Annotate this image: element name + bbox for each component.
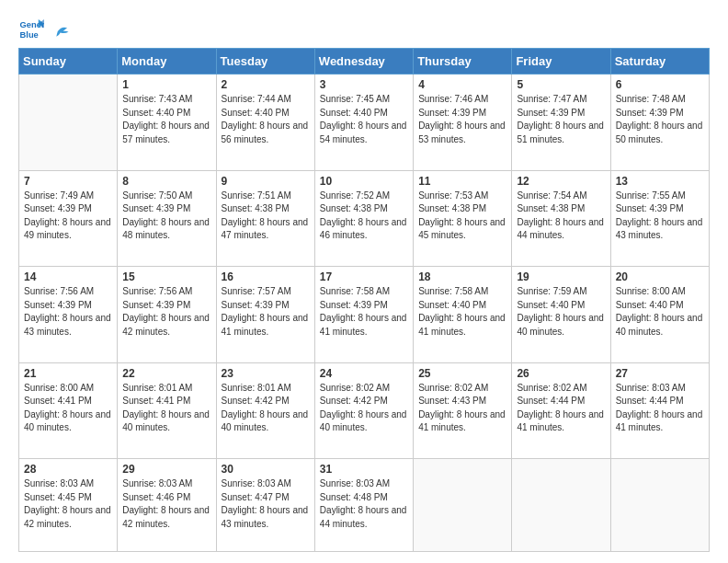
day-number: 31 <box>320 463 408 476</box>
day-cell: 26 Sunrise: 8:02 AM Sunset: 4:44 PM Dayl… <box>512 362 610 459</box>
day-info: Sunrise: 7:52 AM Sunset: 4:38 PM Dayligh… <box>320 190 408 243</box>
sunrise-label: Sunrise: 7:48 AM <box>616 94 686 104</box>
sunset-label: Sunset: 4:47 PM <box>222 492 290 502</box>
day-info: Sunrise: 7:56 AM Sunset: 4:39 PM Dayligh… <box>24 285 112 339</box>
day-info: Sunrise: 7:50 AM Sunset: 4:39 PM Dayligh… <box>122 190 210 243</box>
sunset-label: Sunset: 4:40 PM <box>517 300 585 310</box>
sunset-label: Sunset: 4:45 PM <box>24 492 92 502</box>
day-cell: 6 Sunrise: 7:48 AM Sunset: 4:39 PM Dayli… <box>610 75 709 171</box>
day-number: 21 <box>24 367 112 380</box>
day-number: 15 <box>122 270 210 283</box>
daylight-label: Daylight: 8 hours and 54 minutes. <box>320 121 407 144</box>
sunset-label: Sunset: 4:40 PM <box>320 108 388 118</box>
day-info: Sunrise: 7:56 AM Sunset: 4:39 PM Dayligh… <box>122 285 210 339</box>
day-number: 22 <box>122 367 210 380</box>
sunrise-label: Sunrise: 7:57 AM <box>222 286 291 296</box>
sunrise-label: Sunrise: 7:47 AM <box>517 94 586 104</box>
day-info: Sunrise: 8:02 AM Sunset: 4:42 PM Dayligh… <box>320 382 408 435</box>
day-cell: 10 Sunrise: 7:52 AM Sunset: 4:38 PM Dayl… <box>314 170 413 267</box>
daylight-label: Daylight: 8 hours and 41 minutes. <box>517 409 604 433</box>
day-number: 6 <box>616 78 704 91</box>
day-number: 23 <box>222 367 310 380</box>
col-header-friday: Friday <box>512 49 610 75</box>
daylight-label: Daylight: 8 hours and 45 minutes. <box>418 217 506 241</box>
sunrise-label: Sunrise: 8:00 AM <box>24 383 94 393</box>
day-cell: 15 Sunrise: 7:56 AM Sunset: 4:39 PM Dayl… <box>118 267 216 363</box>
day-cell: 11 Sunrise: 7:53 AM Sunset: 4:38 PM Dayl… <box>414 170 512 267</box>
day-info: Sunrise: 7:46 AM Sunset: 4:39 PM Dayligh… <box>418 93 506 146</box>
daylight-label: Daylight: 8 hours and 46 minutes. <box>320 217 407 241</box>
day-info: Sunrise: 8:03 AM Sunset: 4:47 PM Dayligh… <box>222 477 310 531</box>
sunset-label: Sunset: 4:39 PM <box>24 300 92 310</box>
day-info: Sunrise: 8:03 AM Sunset: 4:46 PM Dayligh… <box>122 477 210 531</box>
day-cell: 7 Sunrise: 7:49 AM Sunset: 4:39 PM Dayli… <box>19 170 118 267</box>
sunrise-label: Sunrise: 8:02 AM <box>517 383 586 393</box>
day-number: 26 <box>517 367 605 380</box>
sunset-label: Sunset: 4:40 PM <box>222 108 290 118</box>
day-cell: 28 Sunrise: 8:03 AM Sunset: 4:45 PM Dayl… <box>19 459 118 552</box>
sunrise-label: Sunrise: 7:54 AM <box>517 190 586 201</box>
sunset-label: Sunset: 4:39 PM <box>616 108 684 118</box>
sunrise-label: Sunrise: 7:44 AM <box>222 94 291 104</box>
day-number: 8 <box>122 175 210 188</box>
day-info: Sunrise: 7:47 AM Sunset: 4:39 PM Dayligh… <box>517 93 605 146</box>
day-info: Sunrise: 7:43 AM Sunset: 4:40 PM Dayligh… <box>122 93 210 146</box>
day-number: 29 <box>122 463 210 476</box>
sunrise-label: Sunrise: 7:53 AM <box>418 190 488 201</box>
sunset-label: Sunset: 4:39 PM <box>122 300 190 310</box>
day-cell: 24 Sunrise: 8:02 AM Sunset: 4:42 PM Dayl… <box>314 362 413 459</box>
sunrise-label: Sunrise: 8:03 AM <box>320 478 390 488</box>
daylight-label: Daylight: 8 hours and 43 minutes. <box>222 505 309 529</box>
header: General Blue <box>18 17 710 42</box>
daylight-label: Daylight: 8 hours and 40 minutes. <box>24 409 111 433</box>
daylight-label: Daylight: 8 hours and 40 minutes. <box>517 313 604 337</box>
col-header-wednesday: Wednesday <box>314 49 413 75</box>
day-number: 2 <box>222 78 310 91</box>
sunset-label: Sunset: 4:48 PM <box>320 492 388 502</box>
day-cell: 29 Sunrise: 8:03 AM Sunset: 4:46 PM Dayl… <box>118 459 216 552</box>
day-number: 16 <box>222 270 310 283</box>
daylight-label: Daylight: 8 hours and 41 minutes. <box>418 313 506 337</box>
sunrise-label: Sunrise: 8:03 AM <box>616 383 686 393</box>
sunset-label: Sunset: 4:38 PM <box>418 203 486 213</box>
sunrise-label: Sunrise: 8:03 AM <box>222 478 291 488</box>
day-info: Sunrise: 7:53 AM Sunset: 4:38 PM Dayligh… <box>418 190 506 243</box>
sunset-label: Sunset: 4:44 PM <box>616 396 684 406</box>
daylight-label: Daylight: 8 hours and 44 minutes. <box>320 505 407 529</box>
sunset-label: Sunset: 4:41 PM <box>122 396 190 406</box>
sunrise-label: Sunrise: 7:46 AM <box>418 94 488 104</box>
daylight-label: Daylight: 8 hours and 40 minutes. <box>320 409 407 433</box>
day-number: 27 <box>616 367 704 380</box>
day-cell <box>512 459 610 552</box>
sunrise-label: Sunrise: 7:50 AM <box>122 190 192 201</box>
day-info: Sunrise: 8:03 AM Sunset: 4:45 PM Dayligh… <box>24 477 112 531</box>
day-number: 25 <box>418 367 506 380</box>
sunrise-label: Sunrise: 7:56 AM <box>122 286 192 296</box>
sunset-label: Sunset: 4:44 PM <box>517 396 585 406</box>
sunrise-label: Sunrise: 7:49 AM <box>24 190 94 201</box>
day-number: 3 <box>320 78 408 91</box>
daylight-label: Daylight: 8 hours and 41 minutes. <box>616 409 703 433</box>
day-info: Sunrise: 7:48 AM Sunset: 4:39 PM Dayligh… <box>616 93 704 146</box>
day-info: Sunrise: 7:58 AM Sunset: 4:40 PM Dayligh… <box>418 285 506 339</box>
day-cell: 25 Sunrise: 8:02 AM Sunset: 4:43 PM Dayl… <box>414 362 512 459</box>
col-header-sunday: Sunday <box>19 49 118 75</box>
sunrise-label: Sunrise: 7:58 AM <box>418 286 488 296</box>
day-info: Sunrise: 7:57 AM Sunset: 4:39 PM Dayligh… <box>222 285 310 339</box>
day-cell: 13 Sunrise: 7:55 AM Sunset: 4:39 PM Dayl… <box>610 170 709 267</box>
daylight-label: Daylight: 8 hours and 56 minutes. <box>222 121 309 144</box>
sunrise-label: Sunrise: 7:58 AM <box>320 286 390 296</box>
day-info: Sunrise: 7:45 AM Sunset: 4:40 PM Dayligh… <box>320 93 408 146</box>
sunset-label: Sunset: 4:39 PM <box>517 108 585 118</box>
day-cell: 27 Sunrise: 8:03 AM Sunset: 4:44 PM Dayl… <box>610 362 709 459</box>
calendar-body: 1 Sunrise: 7:43 AM Sunset: 4:40 PM Dayli… <box>19 75 710 552</box>
sunrise-label: Sunrise: 8:00 AM <box>616 286 686 296</box>
day-cell: 21 Sunrise: 8:00 AM Sunset: 4:41 PM Dayl… <box>19 362 118 459</box>
day-cell: 30 Sunrise: 8:03 AM Sunset: 4:47 PM Dayl… <box>216 459 314 552</box>
sunset-label: Sunset: 4:43 PM <box>418 396 486 406</box>
calendar-table: SundayMondayTuesdayWednesdayThursdayFrid… <box>18 48 710 552</box>
day-info: Sunrise: 8:02 AM Sunset: 4:44 PM Dayligh… <box>517 382 605 435</box>
svg-text:Blue: Blue <box>20 30 39 40</box>
day-number: 11 <box>418 175 506 188</box>
day-cell: 12 Sunrise: 7:54 AM Sunset: 4:38 PM Dayl… <box>512 170 610 267</box>
